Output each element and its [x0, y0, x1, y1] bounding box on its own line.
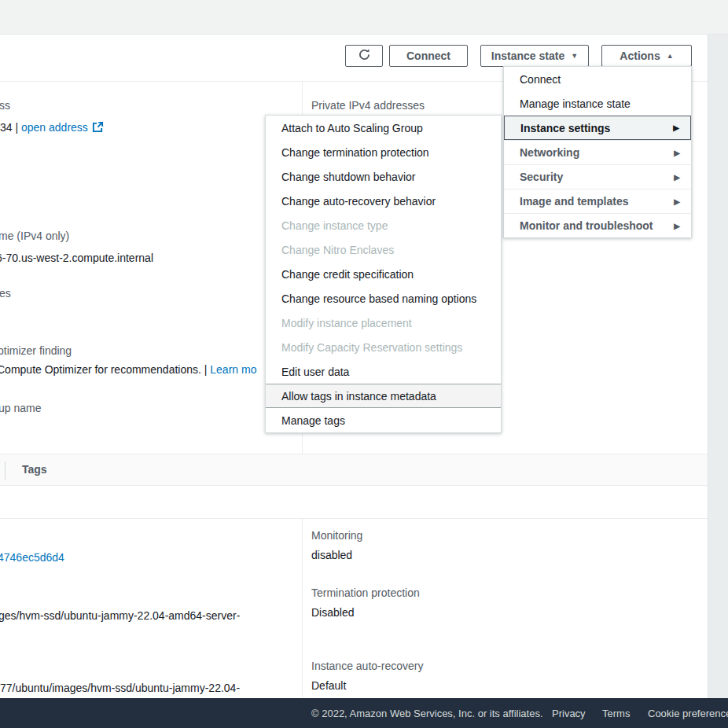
menu-item-label: Edit user data [281, 366, 349, 378]
submenu-item-allow-tags-in-instance-metadata[interactable]: Allow tags in instance metadata [266, 384, 501, 408]
public-ip-number: 34 | [0, 121, 21, 134]
optimizer-finding-value: Compute Optimizer for recommendations. |… [0, 363, 256, 376]
actions-menu-item-security[interactable]: Security ▶ [504, 164, 691, 189]
answer-dns-label: es [0, 287, 11, 300]
lower-section-divider [0, 518, 708, 519]
menu-item-label: Image and templates [520, 195, 629, 208]
private-ipv4-label: Private IPv4 addresses [311, 99, 425, 112]
submenu-item-change-instance-type: Change instance type [266, 213, 501, 237]
submenu-item-change-shutdown-behavior[interactable]: Change shutdown behavior [266, 164, 501, 189]
caret-up-icon: ▲ [667, 53, 674, 60]
console-footer: © 2022, Amazon Web Services, Inc. or its… [0, 698, 728, 728]
page-right-gutter [708, 35, 728, 698]
actions-menu-item-manage-instance-state[interactable]: Manage instance state [504, 91, 691, 116]
refresh-icon [358, 48, 371, 64]
ec2-instance-details-page: Connect Instance state ▼ Actions ▲ ss 34… [0, 0, 728, 728]
tab-tags[interactable]: Tags [22, 463, 47, 476]
submenu-item-change-termination-protection[interactable]: Change termination protection [266, 140, 501, 164]
submenu-arrow-icon: ▶ [674, 197, 680, 206]
menu-item-label: Monitor and troubleshoot [520, 219, 653, 232]
menu-item-label: Change termination protection [281, 146, 429, 159]
open-address-link[interactable]: open address [21, 121, 88, 134]
submenu-item-manage-tags[interactable]: Manage tags [266, 408, 501, 432]
menu-item-label: Modify Capacity Reservation settings [281, 341, 462, 354]
caret-down-icon: ▼ [571, 53, 578, 60]
menu-item-label: Connect [520, 73, 561, 86]
actions-menu-item-image-and-templates[interactable]: Image and templates ▶ [504, 189, 691, 213]
instance-state-button-label: Instance state [491, 50, 564, 62]
submenu-item-change-resource-based-naming-options[interactable]: Change resource based naming options [266, 286, 501, 311]
auto-recovery-value: Default [311, 679, 346, 692]
submenu-item-modify-instance-placement: Modify instance placement [266, 311, 501, 335]
auto-recovery-label: Instance auto-recovery [311, 660, 423, 672]
group-name-label: up name [0, 402, 41, 414]
submenu-item-attach-to-auto-scaling-group[interactable]: Attach to Auto Scaling Group [266, 116, 501, 140]
menu-item-label: Allow tags in instance metadata [281, 390, 436, 403]
actions-menu-item-networking[interactable]: Networking ▶ [504, 140, 691, 164]
menu-item-label: Change Nitro Enclaves [281, 244, 394, 256]
actions-button-label: Actions [620, 50, 660, 62]
actions-menu-item-instance-settings[interactable]: Instance settings ▶ [504, 116, 691, 140]
menu-item-label: Change credit specification [281, 268, 414, 281]
actions-dropdown-menu: Connect Manage instance state Instance s… [503, 66, 692, 238]
monitoring-label: Monitoring [311, 529, 362, 542]
actions-button[interactable]: Actions ▲ [601, 45, 692, 67]
menu-item-label: Manage tags [281, 414, 345, 427]
menu-item-label: Change resource based naming options [281, 292, 476, 305]
monitoring-value: disabled [311, 549, 352, 561]
menu-item-label: Modify instance placement [281, 317, 412, 329]
submenu-item-change-credit-specification[interactable]: Change credit specification [266, 262, 501, 286]
submenu-item-change-nitro-enclaves: Change Nitro Enclaves [266, 237, 501, 262]
learn-more-link[interactable]: Learn mo [210, 363, 256, 376]
menu-item-label: Change instance type [281, 219, 388, 232]
actions-menu-item-connect[interactable]: Connect [504, 67, 691, 91]
termination-protection-label: Termination protection [311, 586, 420, 599]
submenu-item-modify-capacity-reservation-settings: Modify Capacity Reservation settings [266, 335, 501, 359]
submenu-item-edit-user-data[interactable]: Edit user data [266, 359, 501, 384]
hostname-type-label: me (IPv4 only) [0, 230, 69, 242]
tab-divider [5, 461, 6, 480]
details-tab-strip: Tags [0, 454, 708, 486]
menu-item-label: Change shutdown behavior [281, 171, 415, 183]
optimizer-finding-text: Compute Optimizer for recommendations. | [0, 363, 210, 376]
footer-privacy-link[interactable]: Privacy [552, 708, 586, 719]
external-link-icon [92, 121, 104, 135]
submenu-arrow-icon: ▶ [674, 149, 680, 157]
actions-menu-item-monitor-and-troubleshoot[interactable]: Monitor and troubleshoot ▶ [504, 213, 691, 237]
ami-id-link[interactable]: 4746ec5d6d4 [0, 551, 64, 564]
footer-copyright: © 2022, Amazon Web Services, Inc. or its… [311, 708, 543, 719]
public-ip-value: 34 | open address [0, 121, 104, 135]
public-ip-label: ss [0, 99, 10, 112]
submenu-item-change-auto-recovery-behavior[interactable]: Change auto-recovery behavior [266, 189, 501, 213]
ami-name-value: ges/hvm-ssd/ubuntu-jammy-22.04-amd64-ser… [0, 609, 240, 622]
hostname-value: 6-70.us-west-2.compute.internal [0, 252, 153, 264]
menu-item-label: Attach to Auto Scaling Group [281, 122, 423, 134]
instance-state-button[interactable]: Instance state ▼ [480, 45, 589, 67]
submenu-arrow-icon: ▶ [674, 173, 680, 182]
lower-column-divider [302, 519, 303, 698]
termination-protection-value: Disabled [311, 606, 354, 619]
footer-cookie-preferences-link[interactable]: Cookie preferences [648, 708, 728, 719]
footer-terms-link[interactable]: Terms [602, 708, 630, 719]
menu-item-label: Change auto-recovery behavior [281, 195, 436, 208]
menu-item-label: Security [520, 171, 563, 183]
ami-location-value: 77/ubuntu/images/hvm-ssd/ubuntu-jammy-22… [0, 682, 240, 694]
refresh-button[interactable] [345, 45, 383, 67]
menu-item-label: Instance settings [520, 122, 610, 134]
page-top-band [0, 0, 728, 35]
menu-item-label: Manage instance state [520, 97, 631, 110]
connect-button[interactable]: Connect [389, 45, 468, 67]
optimizer-finding-label: ptimizer finding [0, 344, 72, 357]
menu-item-label: Networking [520, 146, 579, 159]
instance-settings-submenu: Attach to Auto Scaling Group Change term… [265, 115, 502, 433]
submenu-arrow-icon: ▶ [673, 123, 679, 132]
ami-id-link-wrap: 4746ec5d6d4 [0, 551, 64, 564]
submenu-arrow-icon: ▶ [674, 222, 680, 230]
connect-button-label: Connect [406, 50, 450, 62]
